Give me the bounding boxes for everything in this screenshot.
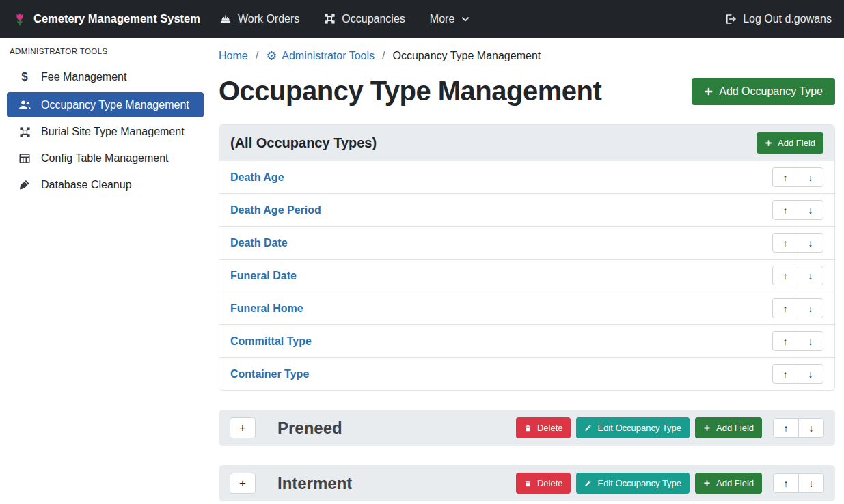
move-up-button[interactable]: ↑	[772, 167, 798, 187]
breadcrumb-separator: /	[256, 50, 258, 62]
all-occupancy-types-card: (All Occupancy Types) Add Field Death Ag…	[219, 124, 835, 391]
field-row: Committal Type ↑ ↓	[219, 324, 834, 357]
plus-icon: +	[239, 477, 246, 490]
plus-icon	[765, 139, 772, 147]
add-occupancy-type-button[interactable]: Add Occupancy Type	[692, 78, 835, 105]
breadcrumb-admin-tools-link[interactable]: ⚙ Administrator Tools	[266, 50, 375, 62]
section-title: Interment	[277, 474, 352, 493]
arrow-up-icon: ↑	[783, 270, 788, 281]
breadcrumb-home-link[interactable]: Home	[219, 50, 248, 62]
add-field-label: Add Field	[716, 478, 754, 488]
field-row: Funeral Date ↑ ↓	[219, 259, 834, 292]
top-navbar: Cemetery Management System Work Orders O…	[0, 0, 844, 38]
pencil-icon	[584, 424, 592, 432]
sidebar-item-label: Burial Site Type Management	[41, 126, 185, 138]
move-down-button[interactable]: ↓	[798, 473, 824, 493]
move-up-button[interactable]: ↑	[772, 200, 798, 220]
page-title: Occupancy Type Management	[219, 76, 601, 107]
add-field-label: Add Field	[778, 138, 815, 148]
users-icon	[17, 98, 32, 111]
reorder-controls: ↑ ↓	[772, 266, 823, 285]
sidebar-item-database-cleanup[interactable]: Database Cleanup	[7, 173, 204, 197]
nav-more[interactable]: More	[430, 13, 470, 25]
logout-icon	[724, 13, 737, 25]
field-link[interactable]: Committal Type	[230, 335, 312, 348]
move-down-button[interactable]: ↓	[798, 331, 823, 351]
hard-hat-icon	[219, 13, 232, 25]
trash-icon	[524, 479, 532, 488]
field-link[interactable]: Death Date	[230, 237, 288, 249]
nav-work-orders-label: Work Orders	[238, 13, 299, 25]
add-field-label: Add Field	[716, 423, 754, 433]
move-down-button[interactable]: ↓	[798, 418, 824, 438]
expand-button[interactable]: +	[230, 473, 256, 494]
field-row: Death Age Period ↑ ↓	[219, 193, 834, 226]
move-down-button[interactable]: ↓	[798, 298, 823, 318]
arrow-up-icon: ↑	[783, 172, 788, 183]
move-up-button[interactable]: ↑	[772, 266, 798, 285]
add-field-button[interactable]: Add Field	[695, 473, 762, 494]
arrow-down-icon: ↓	[808, 303, 813, 314]
vector-square-icon	[324, 13, 336, 25]
move-up-button[interactable]: ↑	[773, 473, 799, 493]
move-up-button[interactable]: ↑	[772, 331, 798, 351]
edit-occupancy-type-button[interactable]: Edit Occupancy Type	[576, 473, 690, 494]
delete-button[interactable]: Delete	[516, 473, 571, 494]
edit-occupancy-type-button[interactable]: Edit Occupancy Type	[576, 417, 690, 438]
expand-button[interactable]: +	[230, 417, 256, 438]
main-content: Home / ⚙ Administrator Tools / Occupancy…	[210, 38, 844, 501]
field-row: Container Type ↑ ↓	[219, 357, 834, 390]
move-up-button[interactable]: ↑	[773, 418, 799, 438]
chevron-down-icon	[461, 14, 470, 24]
breadcrumb: Home / ⚙ Administrator Tools / Occupancy…	[219, 50, 835, 62]
sidebar-item-occupancy-type-management[interactable]: Occupancy Type Management	[7, 92, 204, 117]
field-link[interactable]: Funeral Date	[230, 270, 297, 282]
arrow-up-icon: ↑	[783, 336, 788, 347]
add-field-button[interactable]: Add Field	[757, 132, 823, 154]
nav-work-orders[interactable]: Work Orders	[219, 13, 299, 25]
move-down-button[interactable]: ↓	[798, 266, 823, 285]
app-brand[interactable]: Cemetery Management System	[12, 12, 200, 27]
sidebar-item-burial-site-type-management[interactable]: Burial Site Type Management	[7, 120, 204, 144]
sidebar-item-label: Config Table Management	[41, 152, 169, 165]
reorder-controls: ↑ ↓	[773, 473, 824, 493]
reorder-controls: ↑ ↓	[772, 364, 823, 384]
move-down-button[interactable]: ↓	[798, 200, 823, 220]
reorder-controls: ↑ ↓	[772, 233, 823, 253]
vector-square-icon	[17, 126, 32, 138]
arrow-up-icon: ↑	[783, 303, 788, 314]
breadcrumb-current: Occupancy Type Management	[393, 50, 541, 62]
move-down-button[interactable]: ↓	[798, 233, 823, 253]
edit-occupancy-type-label: Edit Occupancy Type	[597, 423, 681, 433]
sidebar-item-fee-management[interactable]: $ Fee Management	[7, 64, 204, 90]
plus-icon: +	[239, 421, 246, 435]
sidebar-item-config-table-management[interactable]: Config Table Management	[7, 146, 204, 171]
logout-button[interactable]: Log Out d.gowans	[724, 13, 832, 25]
field-row: Death Date ↑ ↓	[219, 226, 834, 259]
arrow-up-icon: ↑	[783, 205, 788, 216]
breadcrumb-admin-tools-label: Administrator Tools	[282, 50, 375, 62]
pencil-icon	[584, 479, 592, 487]
delete-button[interactable]: Delete	[516, 417, 571, 438]
arrow-down-icon: ↓	[808, 369, 813, 380]
sidebar: ADMINISTRATOR TOOLS $ Fee Management Occ…	[0, 38, 210, 504]
field-link[interactable]: Death Age	[230, 171, 284, 184]
nav-occupancies[interactable]: Occupancies	[324, 13, 405, 25]
field-link[interactable]: Container Type	[230, 368, 309, 380]
move-down-button[interactable]: ↓	[798, 364, 823, 384]
move-up-button[interactable]: ↑	[772, 364, 798, 384]
move-up-button[interactable]: ↑	[772, 298, 798, 318]
reorder-controls: ↑ ↓	[772, 200, 823, 220]
occupancy-type-section-interment: + Interment Delete Edit Occupancy Type A…	[219, 465, 835, 501]
field-link[interactable]: Funeral Home	[230, 303, 303, 315]
section-title: Preneed	[277, 419, 342, 438]
arrow-up-icon: ↑	[783, 369, 788, 380]
field-row: Death Age ↑ ↓	[219, 161, 834, 193]
move-up-button[interactable]: ↑	[772, 233, 798, 253]
move-down-button[interactable]: ↓	[798, 167, 823, 187]
field-link[interactable]: Death Age Period	[230, 204, 321, 216]
reorder-controls: ↑ ↓	[772, 167, 823, 187]
add-field-button[interactable]: Add Field	[695, 417, 762, 438]
breadcrumb-separator: /	[382, 50, 385, 62]
arrow-down-icon: ↓	[808, 205, 813, 216]
